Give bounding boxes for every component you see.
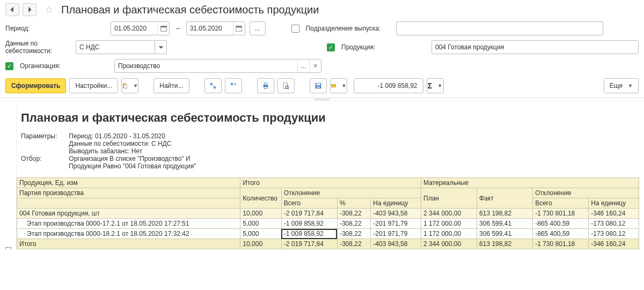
cell-mdev-unit[interactable]: -173 080,12 <box>589 229 639 239</box>
nav-forward-button[interactable] <box>23 3 36 16</box>
col-total-group[interactable]: Итого <box>240 178 421 188</box>
date-from-input[interactable]: 01.05.2020 <box>111 21 170 35</box>
col-product[interactable]: Продукция, Ед. изм <box>17 178 240 188</box>
col-plan[interactable]: План <box>421 188 477 209</box>
cell-value-display: -1 009 858,92 <box>354 78 423 93</box>
cell-mdev-unit[interactable]: -346 160,24 <box>589 209 639 219</box>
cell-plan[interactable]: 2 344 000,00 <box>421 209 477 219</box>
cell-plan[interactable]: 1 172 000,00 <box>421 219 477 229</box>
printer-icon <box>262 82 269 90</box>
col-dev-pct[interactable]: % <box>337 198 370 209</box>
floppy-icon <box>314 82 322 90</box>
cell-plan[interactable]: 1 172 000,00 <box>421 229 477 239</box>
variants-button[interactable]: ▼ <box>121 78 138 93</box>
cell-qty[interactable]: 5,000 <box>240 219 281 229</box>
col-qty[interactable]: Количество <box>240 188 281 209</box>
product-label: Продукция: <box>341 43 427 51</box>
nav-back-button[interactable] <box>5 3 19 16</box>
date-to-input[interactable]: 31.05.2020 <box>186 21 245 35</box>
period-select-button[interactable]: ... <box>250 21 266 35</box>
svg-rect-6 <box>210 83 212 85</box>
dept-label: Подразделение выпуска: <box>306 25 392 32</box>
cell-dev-pct[interactable]: -308,22 <box>337 209 370 219</box>
col-deviation[interactable]: Отклонение <box>281 188 421 198</box>
save-button[interactable] <box>310 78 327 93</box>
magnifier-icon <box>282 82 290 90</box>
preview-button[interactable] <box>277 78 295 93</box>
splitter[interactable] <box>0 98 644 101</box>
cost-label: Данные по себестоимости: <box>5 40 71 55</box>
col-dev-total[interactable]: Всего <box>281 198 337 209</box>
cell-fact[interactable]: 613 198,82 <box>477 239 533 249</box>
cell-mdev-total[interactable]: -865 400,59 <box>533 229 589 239</box>
org-select-button[interactable]: ... <box>297 60 309 72</box>
cell-dev-pct[interactable]: -308,22 <box>337 219 370 229</box>
dept-input[interactable] <box>396 21 603 35</box>
svg-rect-11 <box>264 83 267 85</box>
cell-mdev-unit[interactable]: -173 080,12 <box>589 219 639 229</box>
col-empty[interactable] <box>17 198 240 209</box>
settings-button[interactable]: Настройки... <box>69 78 118 93</box>
header-row-1: Продукция, Ед. изм Итого Материальные <box>17 178 639 188</box>
calendar-icon[interactable] <box>157 22 169 35</box>
cell-qty[interactable]: 10,000 <box>240 239 281 249</box>
collapse-button[interactable] <box>225 78 242 93</box>
org-input[interactable]: Производство ... × <box>114 59 321 73</box>
cell-mdev-unit[interactable]: -346 160,24 <box>589 239 639 249</box>
param-line: Данные по себестоимости: С НДС <box>69 140 171 147</box>
sum-button[interactable]: Σ ▼ <box>427 78 444 93</box>
cost-select-caret[interactable] <box>155 40 167 54</box>
cell-dev-total[interactable]: -1 009 858,92 <box>281 219 337 229</box>
product-input[interactable]: 004 Готовая продукция <box>431 40 639 54</box>
header-row-3: Всего % На единицу Всего На единицу <box>17 198 639 209</box>
cell-dev-unit[interactable]: -403 943,58 <box>371 209 421 219</box>
favorite-icon[interactable]: ☆ <box>43 4 55 16</box>
svg-rect-7 <box>213 86 215 88</box>
date-from-value: 01.05.2020 <box>114 25 147 32</box>
col-material-group[interactable]: Материальные <box>421 178 639 188</box>
cell-name[interactable]: Этап производства 0000-18.2.1 от 18.05.2… <box>17 229 240 239</box>
product-checkbox[interactable]: ✓ <box>327 43 335 51</box>
org-clear-button[interactable]: × <box>309 60 321 72</box>
col-mdev-total[interactable]: Всего <box>533 198 589 209</box>
col-dev-unit[interactable]: На единицу <box>371 198 421 209</box>
cell-qty[interactable]: 5,000 <box>240 229 281 239</box>
cell-dev-total[interactable]: -1 009 858,92 <box>281 229 337 239</box>
cell-fact[interactable]: 306 599,41 <box>477 229 533 239</box>
cell-plan[interactable]: 2 344 000,00 <box>421 239 477 249</box>
dept-checkbox[interactable] <box>291 25 299 33</box>
col-mat-deviation[interactable]: Отклонение <box>533 188 639 198</box>
cell-dev-pct[interactable]: -308,22 <box>337 229 370 239</box>
send-button[interactable]: ▼ <box>330 78 347 93</box>
col-batch[interactable]: Партия производства <box>17 188 240 198</box>
cost-select[interactable]: С НДС <box>76 40 155 54</box>
find-button[interactable]: Найти... <box>153 78 189 93</box>
cell-dev-total[interactable]: -2 019 717,84 <box>281 209 337 219</box>
generate-button[interactable]: Сформировать <box>5 78 66 93</box>
calendar-icon[interactable] <box>233 22 245 35</box>
cell-dev-unit[interactable]: -201 971,79 <box>371 219 421 229</box>
cell-dev-unit[interactable]: -201 971,79 <box>371 229 421 239</box>
more-button[interactable]: Еще ▼ <box>604 78 639 93</box>
print-button[interactable] <box>257 78 274 93</box>
cell-qty[interactable]: 10,000 <box>240 209 281 219</box>
col-mdev-unit[interactable]: На единицу <box>589 198 639 209</box>
expand-button[interactable] <box>204 78 222 93</box>
cell-dev-pct[interactable]: -308,22 <box>337 239 370 249</box>
org-checkbox[interactable]: ✓ <box>5 62 13 70</box>
cell-name[interactable]: Этап производства 0000-17.2.1 от 18.05.2… <box>17 219 240 229</box>
cell-mdev-total[interactable]: -865 400,59 <box>533 219 589 229</box>
cell-mdev-total[interactable]: -1 730 801,18 <box>533 209 589 219</box>
col-fact[interactable]: Факт <box>477 188 533 209</box>
cell-dev-unit[interactable]: -403 943,58 <box>371 239 421 249</box>
report-params: Параметры: Период: 01.05.2020 - 31.05.20… <box>17 132 644 177</box>
cell-mdev-total[interactable]: -1 730 801,18 <box>533 239 589 249</box>
cell-name[interactable]: Итого <box>17 239 240 249</box>
filter-panel: Период: 01.05.2020 – 31.05.2020 ... Подр… <box>0 19 644 77</box>
outline-toggle-1[interactable]: − <box>5 247 11 249</box>
cell-fact[interactable]: 613 198,82 <box>477 209 533 219</box>
org-label: Организация: <box>20 62 110 70</box>
cell-fact[interactable]: 306 599,41 <box>477 219 533 229</box>
cell-name[interactable]: 004 Готовая продукция, шт <box>17 209 240 219</box>
cell-dev-total[interactable]: -2 019 717,84 <box>281 239 337 249</box>
